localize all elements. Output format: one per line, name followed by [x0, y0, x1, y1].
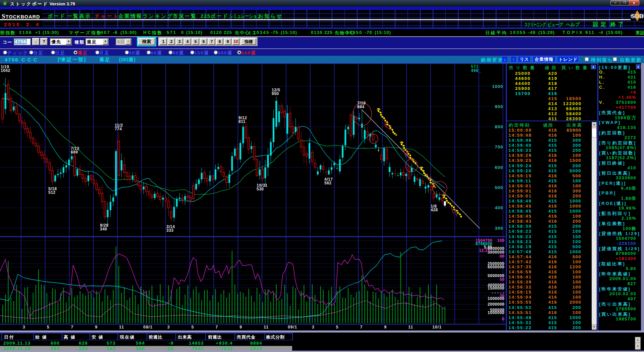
svg-text:700: 700: [495, 144, 503, 149]
svg-text:800: 800: [495, 124, 503, 129]
svg-text:100: 100: [497, 238, 504, 243]
svg-text:400: 400: [495, 205, 503, 210]
svg-text:9: 9: [239, 325, 242, 329]
svg-text:09/1: 09/1: [288, 325, 297, 329]
svg-text:12.12_: 12.12_: [479, 248, 492, 253]
svg-text:0: 0: [502, 317, 504, 321]
svg-text:1500000: 1500000: [488, 286, 504, 291]
svg-text:7: 7: [215, 325, 218, 329]
svg-text:333: 333: [166, 228, 174, 233]
svg-text:1000000: 1000000: [488, 310, 504, 315]
svg-text:884: 884: [357, 104, 365, 109]
svg-text:428: 428: [431, 208, 438, 212]
svg-text:774: 774: [115, 127, 122, 131]
svg-text:10/1: 10/1: [432, 325, 442, 329]
svg-text:80: 80: [500, 254, 504, 259]
svg-text:6000000: 6000000: [488, 265, 504, 269]
svg-text:1042: 1042: [1, 68, 10, 73]
svg-text:950: 950: [272, 91, 279, 96]
svg-text:530: 530: [257, 187, 264, 191]
svg-text:11: 11: [408, 325, 413, 329]
svg-text:3: 3: [23, 325, 25, 329]
svg-text:SDB: SDB: [631, 13, 643, 19]
svg-text:5: 5: [47, 325, 50, 329]
svg-text:300: 300: [495, 226, 503, 231]
svg-text:9: 9: [384, 325, 387, 329]
svg-text:11: 11: [119, 325, 124, 329]
svg-text:811: 811: [238, 119, 246, 124]
svg-text:9: 9: [95, 325, 98, 329]
svg-text:3: 3: [167, 325, 170, 329]
svg-text:5: 5: [192, 325, 194, 329]
svg-text:50: 50: [500, 277, 504, 282]
svg-text:562: 562: [324, 181, 332, 185]
svg-text:340: 340: [100, 227, 107, 231]
svg-text:1000000: 1000000: [488, 296, 504, 301]
svg-text:2000000: 2000000: [488, 302, 504, 307]
svg-text:900: 900: [495, 104, 503, 109]
svg-text:669: 669: [71, 150, 78, 155]
svg-text:11: 11: [264, 325, 269, 329]
svg-text:512: 512: [48, 190, 56, 195]
svg-text:3: 3: [312, 325, 315, 329]
svg-text:7: 7: [360, 325, 363, 329]
svg-text:7: 7: [71, 325, 73, 329]
svg-text:468_: 468_: [471, 68, 481, 73]
svg-text:08/1: 08/1: [143, 325, 153, 329]
svg-text:5: 5: [336, 325, 339, 329]
svg-text:600: 600: [495, 165, 503, 170]
svg-text:1000: 1000: [492, 84, 503, 89]
svg-text:500: 500: [495, 185, 503, 190]
